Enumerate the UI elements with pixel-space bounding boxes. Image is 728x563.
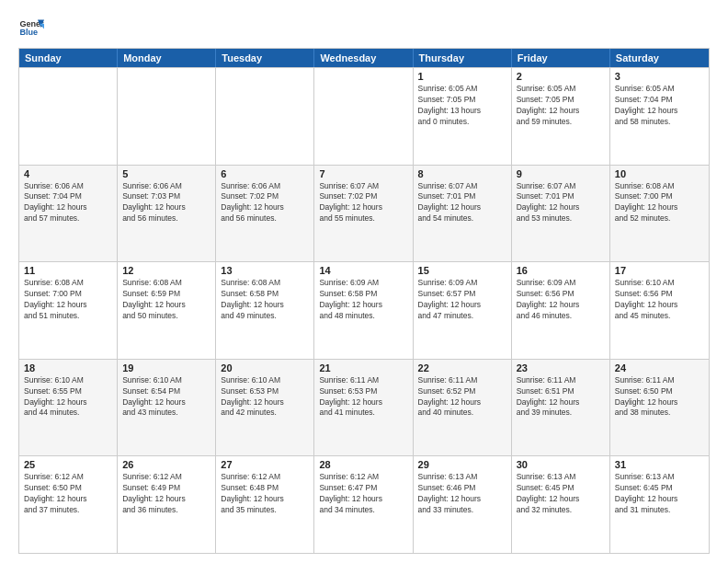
- day-cell-8: 8Sunrise: 6:07 AM Sunset: 7:01 PM Daylig…: [414, 166, 512, 262]
- empty-cell-0-1: [118, 68, 216, 165]
- day-info: Sunrise: 6:09 AM Sunset: 6:58 PM Dayligh…: [319, 278, 407, 322]
- day-cell-17: 17Sunrise: 6:10 AM Sunset: 6:56 PM Dayli…: [610, 262, 709, 359]
- calendar: SundayMondayTuesdayWednesdayThursdayFrid…: [18, 48, 710, 554]
- day-number: 14: [319, 265, 407, 276]
- day-number: 26: [122, 459, 210, 470]
- day-cell-26: 26Sunrise: 6:12 AM Sunset: 6:49 PM Dayli…: [118, 456, 216, 553]
- day-cell-31: 31Sunrise: 6:13 AM Sunset: 6:45 PM Dayli…: [610, 456, 709, 553]
- day-number: 4: [24, 168, 112, 179]
- day-cell-19: 19Sunrise: 6:10 AM Sunset: 6:54 PM Dayli…: [118, 360, 216, 456]
- day-number: 8: [418, 168, 506, 179]
- day-info: Sunrise: 6:11 AM Sunset: 6:50 PM Dayligh…: [615, 375, 704, 419]
- calendar-row-4: 18Sunrise: 6:10 AM Sunset: 6:55 PM Dayli…: [19, 359, 709, 456]
- day-cell-23: 23Sunrise: 6:11 AM Sunset: 6:51 PM Dayli…: [512, 360, 610, 456]
- day-number: 23: [517, 362, 605, 373]
- day-info: Sunrise: 6:06 AM Sunset: 7:03 PM Dayligh…: [122, 181, 210, 225]
- day-info: Sunrise: 6:06 AM Sunset: 7:04 PM Dayligh…: [24, 181, 112, 225]
- day-number: 12: [122, 265, 210, 276]
- day-info: Sunrise: 6:10 AM Sunset: 6:53 PM Dayligh…: [221, 375, 309, 419]
- day-info: Sunrise: 6:12 AM Sunset: 6:50 PM Dayligh…: [24, 472, 112, 516]
- day-number: 1: [418, 71, 506, 82]
- day-number: 22: [418, 362, 506, 373]
- day-number: 30: [517, 459, 605, 470]
- day-info: Sunrise: 6:05 AM Sunset: 7:05 PM Dayligh…: [418, 84, 506, 128]
- day-info: Sunrise: 6:13 AM Sunset: 6:45 PM Dayligh…: [517, 472, 605, 516]
- day-number: 9: [517, 168, 605, 179]
- day-cell-22: 22Sunrise: 6:11 AM Sunset: 6:52 PM Dayli…: [414, 360, 512, 456]
- day-number: 2: [517, 71, 605, 82]
- header-day-saturday: Saturday: [610, 49, 709, 67]
- day-cell-6: 6Sunrise: 6:06 AM Sunset: 7:02 PM Daylig…: [216, 166, 314, 262]
- calendar-row-1: 1Sunrise: 6:05 AM Sunset: 7:05 PM Daylig…: [19, 67, 709, 165]
- day-cell-20: 20Sunrise: 6:10 AM Sunset: 6:53 PM Dayli…: [216, 360, 314, 456]
- day-number: 31: [615, 459, 704, 470]
- svg-text:Blue: Blue: [19, 28, 38, 37]
- day-info: Sunrise: 6:11 AM Sunset: 6:51 PM Dayligh…: [517, 375, 605, 419]
- day-cell-27: 27Sunrise: 6:12 AM Sunset: 6:48 PM Dayli…: [216, 456, 314, 553]
- header-day-thursday: Thursday: [414, 49, 512, 67]
- day-info: Sunrise: 6:08 AM Sunset: 7:00 PM Dayligh…: [24, 278, 112, 322]
- header-day-sunday: Sunday: [19, 49, 118, 67]
- day-cell-21: 21Sunrise: 6:11 AM Sunset: 6:53 PM Dayli…: [314, 360, 413, 456]
- day-info: Sunrise: 6:11 AM Sunset: 6:53 PM Dayligh…: [319, 375, 407, 419]
- header-day-friday: Friday: [512, 49, 610, 67]
- day-cell-29: 29Sunrise: 6:13 AM Sunset: 6:46 PM Dayli…: [414, 456, 512, 553]
- day-number: 24: [615, 362, 704, 373]
- day-info: Sunrise: 6:13 AM Sunset: 6:46 PM Dayligh…: [418, 472, 506, 516]
- day-cell-25: 25Sunrise: 6:12 AM Sunset: 6:50 PM Dayli…: [19, 456, 118, 553]
- day-info: Sunrise: 6:05 AM Sunset: 7:05 PM Dayligh…: [517, 84, 605, 128]
- day-cell-14: 14Sunrise: 6:09 AM Sunset: 6:58 PM Dayli…: [314, 262, 413, 359]
- calendar-body: 1Sunrise: 6:05 AM Sunset: 7:05 PM Daylig…: [19, 67, 709, 553]
- day-number: 17: [615, 265, 704, 276]
- day-info: Sunrise: 6:05 AM Sunset: 7:04 PM Dayligh…: [615, 84, 704, 128]
- day-info: Sunrise: 6:12 AM Sunset: 6:49 PM Dayligh…: [122, 472, 210, 516]
- day-info: Sunrise: 6:09 AM Sunset: 6:57 PM Dayligh…: [418, 278, 506, 322]
- day-cell-30: 30Sunrise: 6:13 AM Sunset: 6:45 PM Dayli…: [512, 456, 610, 553]
- day-cell-3: 3Sunrise: 6:05 AM Sunset: 7:04 PM Daylig…: [610, 68, 709, 165]
- day-number: 6: [221, 168, 309, 179]
- day-cell-18: 18Sunrise: 6:10 AM Sunset: 6:55 PM Dayli…: [19, 360, 118, 456]
- day-number: 15: [418, 265, 506, 276]
- day-info: Sunrise: 6:08 AM Sunset: 6:59 PM Dayligh…: [122, 278, 210, 322]
- calendar-header: SundayMondayTuesdayWednesdayThursdayFrid…: [19, 49, 709, 67]
- empty-cell-0-2: [216, 68, 314, 165]
- day-info: Sunrise: 6:08 AM Sunset: 7:00 PM Dayligh…: [615, 181, 704, 225]
- day-info: Sunrise: 6:07 AM Sunset: 7:02 PM Dayligh…: [319, 181, 407, 225]
- day-number: 5: [122, 168, 210, 179]
- day-info: Sunrise: 6:09 AM Sunset: 6:56 PM Dayligh…: [517, 278, 605, 322]
- day-cell-10: 10Sunrise: 6:08 AM Sunset: 7:00 PM Dayli…: [610, 166, 709, 262]
- day-number: 13: [221, 265, 309, 276]
- day-info: Sunrise: 6:10 AM Sunset: 6:54 PM Dayligh…: [122, 375, 210, 419]
- day-cell-12: 12Sunrise: 6:08 AM Sunset: 6:59 PM Dayli…: [118, 262, 216, 359]
- header-day-tuesday: Tuesday: [216, 49, 314, 67]
- day-number: 7: [319, 168, 407, 179]
- day-number: 16: [517, 265, 605, 276]
- day-cell-4: 4Sunrise: 6:06 AM Sunset: 7:04 PM Daylig…: [19, 166, 118, 262]
- day-info: Sunrise: 6:10 AM Sunset: 6:56 PM Dayligh…: [615, 278, 704, 322]
- day-cell-2: 2Sunrise: 6:05 AM Sunset: 7:05 PM Daylig…: [512, 68, 610, 165]
- day-cell-24: 24Sunrise: 6:11 AM Sunset: 6:50 PM Dayli…: [610, 360, 709, 456]
- calendar-row-3: 11Sunrise: 6:08 AM Sunset: 7:00 PM Dayli…: [19, 261, 709, 359]
- calendar-row-2: 4Sunrise: 6:06 AM Sunset: 7:04 PM Daylig…: [19, 165, 709, 262]
- day-number: 3: [615, 71, 704, 82]
- day-number: 20: [221, 362, 309, 373]
- header-day-wednesday: Wednesday: [314, 49, 413, 67]
- day-info: Sunrise: 6:10 AM Sunset: 6:55 PM Dayligh…: [24, 375, 112, 419]
- day-cell-1: 1Sunrise: 6:05 AM Sunset: 7:05 PM Daylig…: [414, 68, 512, 165]
- empty-cell-0-0: [19, 68, 118, 165]
- day-info: Sunrise: 6:07 AM Sunset: 7:01 PM Dayligh…: [517, 181, 605, 225]
- day-cell-15: 15Sunrise: 6:09 AM Sunset: 6:57 PM Dayli…: [414, 262, 512, 359]
- logo-icon: General Blue: [18, 15, 44, 40]
- day-info: Sunrise: 6:08 AM Sunset: 6:58 PM Dayligh…: [221, 278, 309, 322]
- day-cell-28: 28Sunrise: 6:12 AM Sunset: 6:47 PM Dayli…: [314, 456, 413, 553]
- day-number: 10: [615, 168, 704, 179]
- day-cell-16: 16Sunrise: 6:09 AM Sunset: 6:56 PM Dayli…: [512, 262, 610, 359]
- day-number: 18: [24, 362, 112, 373]
- day-number: 25: [24, 459, 112, 470]
- day-info: Sunrise: 6:06 AM Sunset: 7:02 PM Dayligh…: [221, 181, 309, 225]
- header-day-monday: Monday: [118, 49, 216, 67]
- day-cell-11: 11Sunrise: 6:08 AM Sunset: 7:00 PM Dayli…: [19, 262, 118, 359]
- day-info: Sunrise: 6:12 AM Sunset: 6:48 PM Dayligh…: [221, 472, 309, 516]
- day-cell-9: 9Sunrise: 6:07 AM Sunset: 7:01 PM Daylig…: [512, 166, 610, 262]
- day-info: Sunrise: 6:11 AM Sunset: 6:52 PM Dayligh…: [418, 375, 506, 419]
